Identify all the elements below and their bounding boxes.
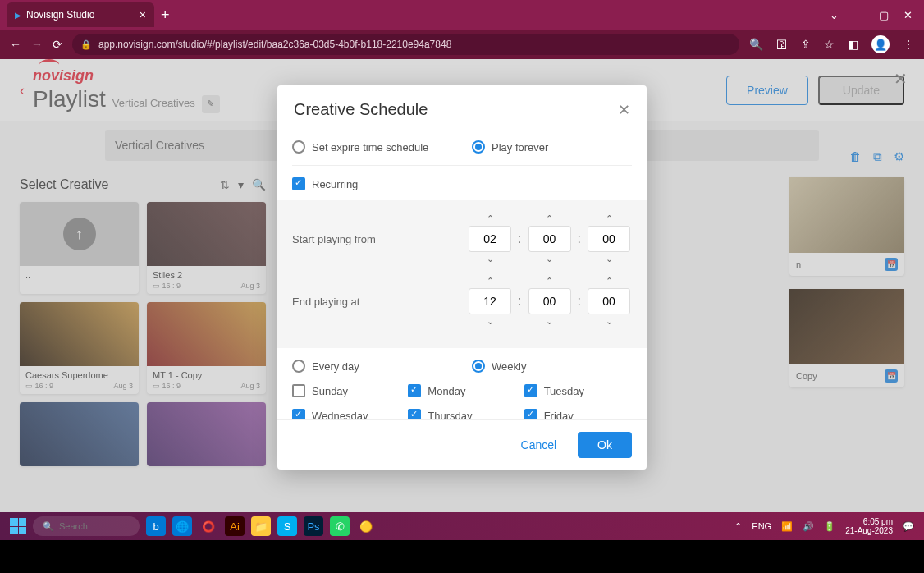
sunday-checkbox[interactable]: Sunday (292, 384, 400, 397)
browser-tab[interactable]: ▶ Novisign Studio × (7, 2, 154, 27)
whatsapp-icon[interactable]: ✆ (330, 516, 350, 536)
tab-close-icon[interactable]: × (140, 8, 146, 21)
volume-icon[interactable]: 🔊 (803, 521, 814, 532)
start-min-input[interactable] (528, 226, 571, 252)
start-sec-input[interactable] (588, 226, 630, 252)
min-up-icon[interactable]: ⌃ (544, 212, 555, 226)
skype-icon[interactable]: S (277, 516, 297, 536)
modal-close-icon[interactable]: ✕ (618, 101, 630, 119)
photoshop-icon[interactable]: Ps (304, 516, 323, 536)
recurring-checkbox[interactable]: Recurring (292, 177, 632, 190)
sec-down-icon[interactable]: ⌄ (604, 314, 615, 328)
taskbar: 🔍 b 🌐 ⭕ Ai 📁 S Ps ✆ 🟡 ⌃ ENG 📶 🔊 🔋 6:05 p… (0, 512, 924, 540)
weekly-radio[interactable]: Weekly (472, 360, 632, 373)
app-area: ‹ novisign Playlist Vertical Creatives ✎… (0, 59, 924, 512)
back-button[interactable]: ← (10, 38, 21, 51)
taskbar-search-input[interactable] (59, 521, 130, 531)
end-hour-input[interactable] (469, 288, 511, 314)
url-field[interactable]: 🔒 app.novisign.com/studio/#/playlist/edi… (72, 34, 739, 55)
min-up-icon[interactable]: ⌃ (544, 274, 555, 288)
every-day-radio[interactable]: Every day (292, 360, 452, 373)
tray-chevron-icon[interactable]: ⌃ (734, 521, 742, 532)
hour-down-icon[interactable]: ⌄ (485, 252, 496, 266)
start-time-label: Start playing from (292, 233, 467, 245)
schedule-modal: Creative Schedule ✕ Set expire time sche… (277, 85, 647, 470)
start-hour-input[interactable] (469, 226, 511, 252)
end-min-input[interactable] (528, 288, 571, 314)
monday-checkbox[interactable]: Monday (408, 384, 515, 397)
cancel-button[interactable]: Cancel (508, 432, 570, 458)
browser-chrome: ▶ Novisign Studio × + ⌄ ― ▢ ✕ ← → ⟳ 🔒 ap… (0, 0, 924, 59)
hour-down-icon[interactable]: ⌄ (485, 314, 496, 328)
friday-checkbox[interactable]: Friday (524, 409, 632, 419)
play-icon: ▶ (15, 11, 21, 20)
wifi-icon[interactable]: 📶 (781, 521, 793, 532)
battery-icon[interactable]: 🔋 (824, 521, 835, 532)
thursday-checkbox[interactable]: Thursday (408, 409, 515, 419)
ok-button[interactable]: Ok (578, 432, 632, 458)
chrome-icon[interactable]: ⭕ (199, 516, 218, 536)
end-time-label: End playing at (292, 296, 467, 308)
maximize-button[interactable]: ▢ (879, 9, 889, 21)
sec-up-icon[interactable]: ⌃ (604, 274, 615, 288)
wednesday-checkbox[interactable]: Wednesday (292, 409, 400, 419)
new-tab-button[interactable]: + (161, 7, 170, 24)
share-icon[interactable]: ⇪ (801, 38, 811, 51)
chevron-down-icon[interactable]: ⌄ (830, 9, 839, 21)
modal-title: Creative Schedule (294, 100, 618, 119)
letterbox (0, 540, 924, 573)
lock-icon: 🔒 (80, 39, 92, 50)
illustrator-icon[interactable]: Ai (225, 516, 245, 536)
url-text: app.novisign.com/studio/#/playlist/edit/… (98, 39, 451, 50)
toolbar-right: 🔍 ⚿ ⇪ ☆ ◧ 👤 ⋮ (749, 35, 914, 53)
tuesday-checkbox[interactable]: Tuesday (524, 384, 632, 397)
search-icon: 🔍 (43, 521, 54, 532)
min-down-icon[interactable]: ⌄ (544, 252, 555, 266)
menu-icon[interactable]: ⋮ (903, 38, 914, 51)
edge-icon[interactable]: 🌐 (172, 516, 192, 536)
chrome-profile-icon[interactable]: 🟡 (356, 516, 376, 536)
end-sec-input[interactable] (588, 288, 630, 314)
hour-up-icon[interactable]: ⌃ (485, 274, 496, 288)
bookmark-icon[interactable]: ☆ (824, 38, 835, 51)
clock[interactable]: 6:05 pm 21-Aug-2023 (845, 517, 893, 535)
tab-title: Novisign Studio (26, 9, 94, 21)
minimize-button[interactable]: ― (853, 9, 864, 21)
taskbar-search[interactable]: 🔍 (33, 516, 140, 536)
address-bar: ← → ⟳ 🔒 app.novisign.com/studio/#/playli… (0, 30, 924, 59)
key-icon[interactable]: ⚿ (776, 38, 788, 51)
profile-button[interactable]: 👤 (871, 35, 890, 53)
min-down-icon[interactable]: ⌄ (544, 314, 555, 328)
modal-overlay: Creative Schedule ✕ Set expire time sche… (0, 59, 924, 512)
expire-schedule-radio[interactable]: Set expire time schedule (292, 140, 452, 154)
window-controls: ⌄ ― ▢ ✕ (830, 9, 924, 21)
extensions-icon[interactable]: ◧ (848, 38, 858, 51)
notifications-icon[interactable]: 💬 (903, 521, 914, 532)
tab-bar: ▶ Novisign Studio × + ⌄ ― ▢ ✕ (0, 0, 924, 30)
language-indicator[interactable]: ENG (752, 521, 771, 531)
search-icon[interactable]: 🔍 (749, 38, 763, 51)
hour-up-icon[interactable]: ⌃ (485, 212, 496, 226)
bing-icon[interactable]: b (146, 516, 166, 536)
explorer-icon[interactable]: 📁 (251, 516, 271, 536)
start-button[interactable] (10, 518, 26, 534)
reload-button[interactable]: ⟳ (53, 38, 62, 51)
sec-up-icon[interactable]: ⌃ (604, 212, 615, 226)
close-window-button[interactable]: ✕ (903, 9, 913, 21)
sec-down-icon[interactable]: ⌄ (604, 252, 615, 266)
play-forever-radio[interactable]: Play forever (472, 140, 632, 154)
forward-button[interactable]: → (31, 38, 43, 51)
